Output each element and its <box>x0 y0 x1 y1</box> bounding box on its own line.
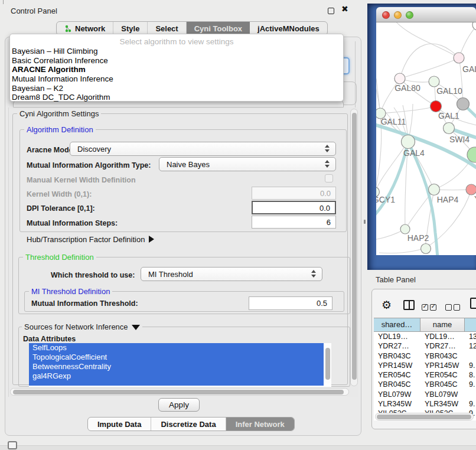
sources-title-row[interactable]: Sources for Network Inference <box>22 322 142 331</box>
table-row[interactable]: YBL079WYBL079W <box>374 390 476 399</box>
kernel-width-field[interactable]: 0.0 <box>252 187 336 200</box>
zoom-traffic-light-icon[interactable] <box>406 11 413 19</box>
network-node-label: GAL10 <box>436 86 462 96</box>
network-node-gal1[interactable] <box>431 101 442 112</box>
splitpane-handle[interactable] <box>364 220 366 224</box>
network-node-gal4[interactable] <box>402 135 415 149</box>
network-edge[interactable] <box>380 106 436 113</box>
settings-hscrollbar-thumb[interactable] <box>13 390 344 394</box>
bottom-tab-infer-network[interactable]: Infer Network <box>226 418 294 431</box>
tab-cyni-toolbox[interactable]: Cyni Toolbox <box>187 22 250 35</box>
attribute-item[interactable]: gal4RGexp <box>29 371 324 381</box>
network-edge[interactable] <box>394 22 459 58</box>
network-edge[interactable] <box>376 79 382 192</box>
minimized-panel-icon[interactable] <box>8 441 17 449</box>
network-edge[interactable] <box>400 44 459 79</box>
expand-right-icon[interactable] <box>149 236 154 243</box>
mi-threshold-field[interactable]: 0.5 <box>249 296 332 310</box>
data-attributes-label: Data Attributes <box>23 335 76 343</box>
table-row[interactable]: YBR045CYBR045C9. <box>374 380 476 389</box>
mi-type-combo[interactable]: Naive Bayes <box>159 157 336 171</box>
table-row[interactable]: YBR043CYBR043C <box>374 351 476 361</box>
table-column-header-shared[interactable]: shared… <box>374 318 420 331</box>
deselect-all-columns-icon[interactable] <box>445 302 462 313</box>
algorithm-menu-item[interactable]: ARACNE Algorithm <box>10 65 343 74</box>
settings-vscrollbar[interactable] <box>350 109 358 386</box>
table-hscrollbar-thumb[interactable] <box>377 415 471 419</box>
network-node-hap4[interactable] <box>429 184 440 195</box>
table-column-header-name[interactable]: name <box>420 318 465 331</box>
tab-network[interactable]: Network <box>57 22 113 35</box>
network-node[interactable] <box>421 244 431 254</box>
aracne-mode-combo[interactable]: Discovery <box>70 142 336 156</box>
table-row[interactable]: YDL19…YDL19…13 <box>374 332 476 341</box>
apply-button[interactable]: Apply <box>158 398 200 412</box>
network-node-y[interactable] <box>466 184 476 195</box>
hub-factor-section[interactable]: Hub/Transcription Factor Definition <box>27 235 154 244</box>
attribute-item[interactable]: SelfLoops <box>29 343 324 353</box>
bottom-tab-discretize-data[interactable]: Discretize Data <box>151 418 226 431</box>
which-threshold-combo[interactable]: MI Threshold <box>141 267 322 281</box>
network-window-titlebar[interactable] <box>376 7 476 22</box>
control-panel-title: Control Panel <box>11 6 57 15</box>
network-node-gal10[interactable] <box>429 76 439 87</box>
network-node[interactable] <box>467 147 476 162</box>
table-row[interactable]: YLR345WYLR345W9. <box>374 399 476 409</box>
minimize-traffic-light-icon[interactable] <box>394 11 402 19</box>
network-node-gal7[interactable] <box>454 53 464 63</box>
network-node[interactable] <box>472 22 476 30</box>
attributes-scrollbar-thumb[interactable] <box>325 348 330 380</box>
tab-style[interactable]: Style <box>113 22 148 35</box>
dpi-tolerance-label: DPI Tolerance [0,1]: <box>27 204 95 213</box>
tab-jactivemnodules[interactable]: jActiveMNodules <box>250 22 327 35</box>
network-edge[interactable] <box>434 155 474 190</box>
table-row[interactable]: YPR145WYPR145W9. <box>374 361 476 370</box>
table-cell: 8. <box>465 370 476 380</box>
table-column-header[interactable] <box>465 318 476 331</box>
network-edge[interactable] <box>400 58 459 79</box>
gear-icon[interactable]: ⚙ <box>382 298 392 312</box>
algorithm-menu-item[interactable]: Bayesian – Hill Climbing <box>10 47 343 56</box>
select-all-columns-icon[interactable] <box>422 302 438 313</box>
close-icon[interactable]: ✖ <box>341 4 348 14</box>
mi-steps-field[interactable]: 6 <box>252 216 336 229</box>
which-threshold-label: Which threshold to use: <box>51 271 135 279</box>
bottom-tab-impute-data[interactable]: Impute Data <box>88 418 151 431</box>
network-node-swi4[interactable] <box>444 123 455 134</box>
algorithm-dropdown-placeholder: Select algorithm to view settings <box>10 37 343 47</box>
network-node-hap2[interactable] <box>400 224 410 234</box>
network-graph[interactable]: GAL7GAL80GAL10GAL1GAL11SWI4GAL4GCY1HAP4Y… <box>376 22 476 255</box>
network-node-gal80[interactable] <box>395 73 405 84</box>
table-row[interactable]: YDR27…YDR27…12 <box>374 341 476 351</box>
tab-select[interactable]: Select <box>148 22 186 35</box>
algorithm-menu-item[interactable]: Bayesian – K2 <box>10 84 343 93</box>
columns-icon[interactable] <box>403 300 415 310</box>
network-edge[interactable] <box>379 248 425 253</box>
document-icon[interactable] <box>470 298 476 309</box>
network-node-label: GAL11 <box>381 117 406 126</box>
settings-vscrollbar-thumb[interactable] <box>352 113 357 380</box>
attribute-item[interactable]: BetweennessCentrality <box>29 362 324 371</box>
settings-hscrollbar[interactable] <box>10 388 349 396</box>
close-traffic-light-icon[interactable] <box>382 11 390 19</box>
table-hscrollbar[interactable] <box>375 413 474 420</box>
float-window-icon[interactable] <box>328 8 334 14</box>
manual-kernel-checkbox[interactable] <box>325 174 333 182</box>
table-cell: YDR27… <box>374 341 420 351</box>
attributes-selection: SelfLoopsTopologicalCoefficientBetweenne… <box>29 343 324 386</box>
dpi-tolerance-field[interactable]: 0.0 <box>252 201 336 214</box>
algorithm-menu-item[interactable]: Basic Correlation Inference <box>10 56 343 66</box>
collapse-down-icon[interactable] <box>132 325 140 330</box>
network-node[interactable] <box>457 98 470 110</box>
attribute-item[interactable]: TopologicalCoefficient <box>29 353 324 362</box>
top-divider-tick <box>3 0 4 4</box>
attributes-scrollbar[interactable] <box>324 344 331 383</box>
algorithm-menu-item[interactable]: Dream8 DC_TDC Algorithm <box>10 93 343 102</box>
hub-factor-label: Hub/Transcription Factor Definition <box>27 235 145 244</box>
table-cell: YER054C <box>420 370 465 380</box>
combo-arrows-icon <box>311 270 317 278</box>
network-canvas[interactable]: GAL7GAL80GAL10GAL1GAL11SWI4GAL4GCY1HAP4Y… <box>376 22 476 255</box>
table-row[interactable]: YER054CYER054C8. <box>374 370 476 380</box>
algorithm-menu-item[interactable]: Mutual Information Inference <box>10 74 343 84</box>
tab-label: jActiveMNodules <box>257 24 319 33</box>
